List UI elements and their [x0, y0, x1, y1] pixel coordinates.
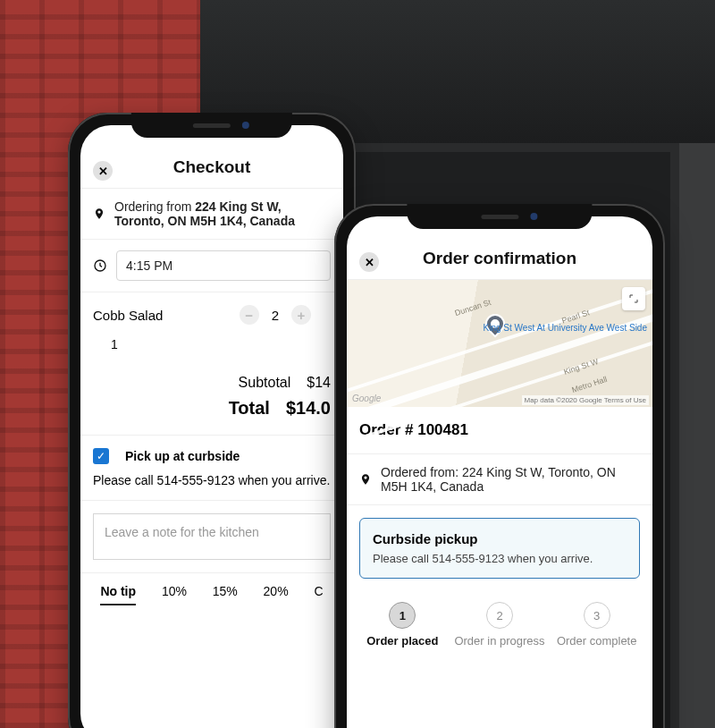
- pin-icon: [93, 206, 105, 222]
- curbside-message: Please call 514-555-9123 when you arrive…: [93, 473, 331, 487]
- curbside-label: Pick up at curbside: [125, 449, 240, 463]
- map-road-label: King St W: [562, 357, 599, 377]
- curbside-card-message: Please call 514-555-9123 when you arrive…: [373, 552, 627, 565]
- confirmation-title: Order confirmation: [423, 249, 576, 268]
- phone-notch: [407, 204, 592, 229]
- tip-selector: No tip 10% 15% 20% C: [80, 572, 343, 616]
- cart-item-row: Cobb Salad − 2 +: [80, 292, 343, 337]
- curbside-card-title: Curbside pickup: [373, 531, 627, 546]
- ordered-prefix: Ordered from:: [381, 465, 462, 479]
- house-number: 1: [671, 18, 702, 89]
- tip-option-10[interactable]: 10%: [162, 584, 187, 605]
- curbside-section: ✓ Pick up at curbside Please call 514-55…: [80, 436, 343, 501]
- phone-confirmation: ✕ Order confirmation Duncan St Pearl St …: [334, 204, 665, 728]
- checkout-screen: ✕ Checkout Ordering from 224 King St W, …: [80, 125, 343, 728]
- confirmation-screen: ✕ Order confirmation Duncan St Pearl St …: [347, 216, 652, 728]
- total-value: $14.0: [286, 398, 331, 419]
- ordered-from: Ordered from: 224 King St W, Toronto, ON…: [347, 454, 652, 505]
- clock-icon: [93, 258, 107, 273]
- totals: Subtotal$14 Total$14.0: [80, 366, 343, 436]
- step-number: 3: [584, 602, 610, 629]
- phone-checkout: ✕ Checkout Ordering from 224 King St W, …: [68, 113, 356, 728]
- qty-minus-button[interactable]: −: [240, 305, 259, 325]
- tip-option-20[interactable]: 20%: [264, 584, 289, 605]
- order-steps: 1 Order placed 2 Order in progress 3 Ord…: [347, 591, 652, 648]
- ordering-from: Ordering from 224 King St W, Toronto, ON…: [80, 189, 343, 240]
- curbside-card: Curbside pickup Please call 514-555-9123…: [359, 518, 640, 579]
- order-number: Order # 100481: [347, 407, 652, 454]
- map-view[interactable]: Duncan St Pearl St King St W Metro Hall …: [347, 280, 652, 407]
- step-order-placed: 1 Order placed: [354, 602, 451, 648]
- expand-icon: [628, 293, 639, 304]
- close-button[interactable]: ✕: [359, 252, 379, 272]
- map-road-label: Metro Hall: [570, 375, 608, 394]
- ordering-prefix: Ordering from: [114, 199, 195, 214]
- pin-icon: [359, 471, 372, 487]
- phone-notch: [131, 113, 292, 138]
- cart-item-qty: 2: [272, 308, 279, 323]
- pickup-time-input[interactable]: 4:15 PM: [116, 250, 331, 281]
- qty-plus-button[interactable]: +: [291, 305, 311, 325]
- step-number: 1: [389, 602, 416, 629]
- step-order-complete: 3 Order complete: [548, 602, 645, 648]
- map-expand-button[interactable]: [622, 287, 645, 310]
- subtotal-value: $14: [307, 375, 331, 391]
- tip-option-custom[interactable]: C: [314, 584, 323, 605]
- close-button[interactable]: ✕: [93, 161, 113, 181]
- map-attribution: Map data ©2020 Google Terms of Use: [522, 395, 650, 405]
- google-logo: Google: [352, 394, 381, 403]
- map-road-label: Duncan St: [453, 298, 492, 317]
- tip-option-none[interactable]: No tip: [100, 584, 136, 605]
- kitchen-note-input[interactable]: Leave a note for the kitchen: [93, 513, 331, 560]
- step-label: Order complete: [548, 634, 645, 648]
- curbside-checkbox[interactable]: ✓: [93, 448, 109, 464]
- step-order-progress: 2 Order in progress: [451, 602, 549, 648]
- total-label: Total: [229, 398, 270, 419]
- cart-item-subqty: 1: [80, 337, 343, 366]
- step-label: Order placed: [354, 634, 451, 648]
- pickup-time-row: 4:15 PM: [80, 240, 343, 292]
- cart-item-name: Cobb Salad: [93, 308, 163, 323]
- step-number: 2: [486, 602, 513, 629]
- step-label: Order in progress: [451, 634, 549, 648]
- map-transit-label: King St West At University Ave West Side: [484, 323, 647, 334]
- tip-option-15[interactable]: 15%: [213, 584, 238, 605]
- subtotal-label: Subtotal: [239, 375, 291, 391]
- checkout-title: Checkout: [173, 157, 251, 177]
